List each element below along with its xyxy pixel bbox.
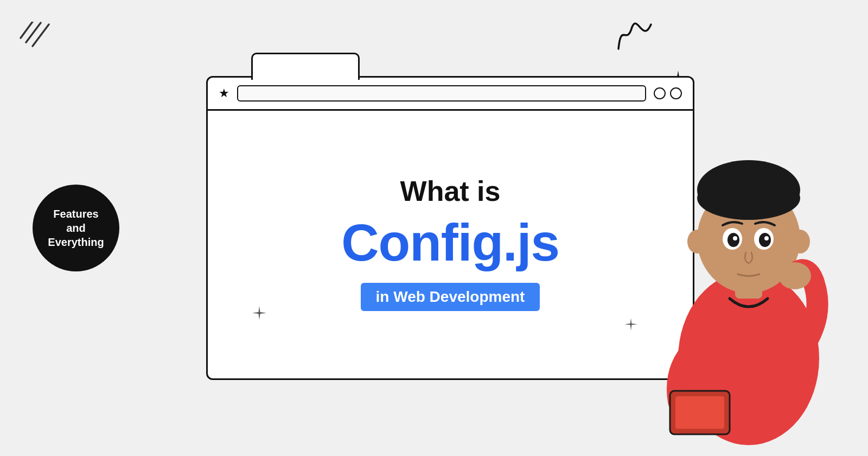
- squiggle-decoration: [613, 16, 656, 61]
- star-icon: ★: [219, 86, 229, 100]
- character-illustration: [640, 87, 857, 456]
- address-bar: [237, 85, 646, 102]
- title-configjs: Config.js: [341, 217, 559, 269]
- svg-rect-18: [675, 396, 724, 429]
- svg-point-15: [790, 230, 810, 254]
- title-what-is: What is: [400, 176, 501, 207]
- browser-tab: [251, 53, 360, 80]
- svg-point-10: [733, 236, 737, 240]
- inner-sparkle-left: [251, 305, 267, 324]
- scene: Features and Everything ★ What is Config…: [0, 0, 868, 456]
- inner-sparkle-right: [623, 317, 639, 335]
- browser-content: What is Config.js in Web Development: [208, 111, 693, 376]
- svg-point-13: [764, 236, 769, 240]
- svg-point-16: [778, 262, 811, 289]
- browser-window: ★ What is Config.js in Web Development: [206, 76, 694, 380]
- browser-topbar: ★: [208, 78, 693, 111]
- svg-point-12: [759, 233, 771, 247]
- svg-point-14: [687, 230, 707, 254]
- svg-point-7: [697, 176, 800, 220]
- features-badge: Features and Everything: [33, 185, 119, 271]
- badge-text: Features and Everything: [48, 207, 104, 249]
- decorative-lines: [16, 22, 60, 73]
- svg-line-0: [33, 24, 49, 46]
- svg-point-9: [727, 233, 739, 247]
- subtitle-badge: in Web Development: [361, 283, 540, 311]
